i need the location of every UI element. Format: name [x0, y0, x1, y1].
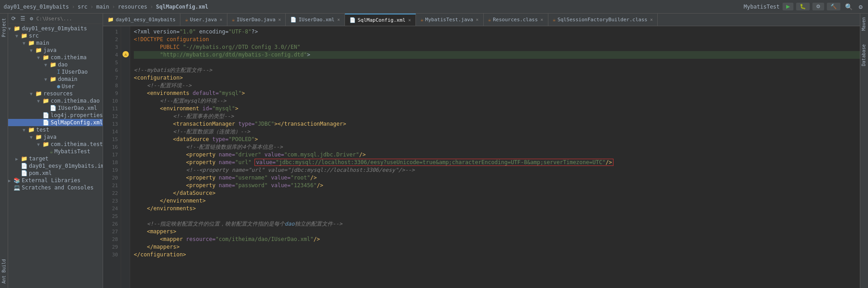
code-line-15: <dataSource type="POOLED"> [134, 136, 860, 143]
tab-close-sqlsessionfactory[interactable]: × [650, 17, 653, 22]
tree-item-domain[interactable]: ▼ 📁 domain [8, 76, 103, 83]
tree-item-dao-folder[interactable]: ▼ 📁 dao [8, 61, 103, 68]
settings-icon[interactable]: ⚙ [857, 2, 864, 11]
warning-indicator: ⚠ [123, 51, 129, 57]
code-line-10: <!--配置mysql的环境--> [134, 97, 860, 105]
tree-item-com-itheima-test[interactable]: ▼ 📁 com.itheima.test [8, 141, 103, 148]
tree-item-root[interactable]: ▼ 📁 day01_eesy_01mybaits [8, 25, 103, 32]
tree-item-target[interactable]: ▶ 📁 target [8, 155, 103, 162]
run-config-label: MybatisTest [744, 4, 779, 10]
code-line-17: <property name="driver" value="com.mysql… [134, 151, 860, 159]
debug-button[interactable]: 🐛 [796, 3, 810, 10]
tab-label-iuserdao-xml: IUserDao.xml [298, 17, 334, 23]
tab-icon-iuserdao-xml: 📄 [290, 17, 297, 23]
code-line-25 [134, 212, 860, 220]
tab-label-iuserdao-java: IUserDao.java [236, 17, 275, 23]
folder-icon-test-java: 📁 [35, 134, 42, 140]
tree-item-com-itheima-dao[interactable]: ▼ 📁 com.itheima.dao [8, 97, 103, 104]
ant-build-label[interactable]: Ant Build [0, 256, 7, 286]
tab-sqlsessionfactory-class[interactable]: ☕ SqlSessionFactoryBuilder.class × [548, 14, 658, 26]
tree-item-ext-libs[interactable]: ▶ 📚 External Libraries [8, 177, 103, 184]
tree-label-test: test [36, 127, 49, 133]
tree-item-test[interactable]: ▼ 📁 test [8, 126, 103, 133]
tree-item-src[interactable]: ▼ 📁 src [8, 32, 103, 39]
project-panel-label[interactable]: Project [0, 15, 7, 40]
folder-icon-src: 📁 [21, 33, 28, 39]
tree-item-iuserdao-class[interactable]: I IUserDao [8, 68, 103, 76]
breadcrumb-item-project[interactable]: day01_eesy_01mybaits [4, 4, 69, 10]
tree-item-iuserdao-xml[interactable]: 📄 IUserDao.xml [8, 104, 103, 112]
rebuild-button[interactable]: 🔨 [827, 3, 840, 10]
code-editor[interactable]: 12345 678910 1112131415 1617181920 21222… [103, 26, 860, 288]
project-tree: ▼ 📁 day01_eesy_01mybaits ▼ 📁 src ▼ 📁 mai… [8, 24, 103, 288]
tab-close-mybatistest-java[interactable]: × [476, 17, 479, 22]
arrow-root: ▼ [8, 26, 14, 31]
settings-tree-icon[interactable]: ⚙ [28, 14, 34, 23]
tree-item-resources[interactable]: ▼ 📁 resources [8, 90, 103, 97]
tab-close-iuserdao-xml[interactable]: × [337, 17, 340, 22]
code-line-20: <property name="username" value="root"/> [134, 174, 860, 182]
code-line-30: </configuration> [134, 251, 860, 259]
code-line-12: <!--配置事务的类型--> [134, 113, 860, 120]
tree-label-user: User [61, 83, 75, 90]
tab-project-root[interactable]: 📁 day01_eesy_01mybaits [103, 14, 180, 26]
top-bar-actions: MybatisTest ▶ 🐛 ⚙ 🔨 🔍 ⚙ [744, 2, 864, 11]
code-content[interactable]: <?xml version="1.0" encoding="UTF-8"?> <… [130, 26, 860, 288]
tree-label-domain: domain [58, 76, 77, 82]
tab-label-sqlmapconfig: SqlMapConfig.xml [358, 17, 406, 23]
code-line-21: <property name="password" value="123456"… [134, 182, 860, 189]
arrow-main: ▼ [23, 41, 28, 46]
tab-iuserdao-xml[interactable]: 📄 IUserDao.xml × [286, 14, 345, 26]
left-panel-labels: Project Ant Build [0, 14, 8, 288]
editor-gutter: ⚠ [121, 26, 130, 288]
tree-item-pom[interactable]: 📄 pom.xml [8, 170, 103, 177]
tab-mybatistest-java[interactable]: ☕ MybatisTest.java × [416, 14, 484, 26]
maven-panel-label[interactable]: Maven [860, 15, 868, 33]
arrow-com-test: ▼ [37, 142, 42, 147]
breadcrumb-sep-2: › [90, 4, 93, 10]
code-line-14: <!--配置数据源（连接池）--> [134, 128, 860, 136]
tree-item-user-class[interactable]: ● User [8, 83, 103, 90]
tree-item-com-itheima[interactable]: ▼ 📁 com.itheima [8, 54, 103, 61]
search-icon[interactable]: 🔍 [843, 2, 854, 11]
project-panel: ⟳ ☰ ⚙ C:\Users\... ▼ 📁 day01_eesy_01myba… [8, 14, 103, 288]
tab-icon-iuserdao-java: ☕ [232, 17, 235, 23]
tree-item-sqlmapconfig[interactable]: 📄 SqlMapConfig.xml [8, 119, 103, 126]
tab-sqlmapconfig[interactable]: 📄 SqlMapConfig.xml × [345, 14, 416, 26]
build-button[interactable]: ⚙ [812, 3, 824, 10]
tree-item-java[interactable]: ▼ 📁 java [8, 47, 103, 54]
tree-label-resources: resources [43, 90, 73, 97]
xml-icon-sqlmap: 📄 [42, 119, 49, 126]
breadcrumb-item-resources[interactable]: resources [118, 4, 147, 10]
breadcrumb-item-main[interactable]: main [96, 4, 109, 10]
arrow-dao: ▼ [44, 62, 50, 67]
tab-close-resources[interactable]: × [541, 17, 543, 22]
folder-icon-java: 📁 [35, 47, 42, 53]
tab-iuserdao-java[interactable]: ☕ IUserDao.java × [227, 14, 286, 26]
main-layout: Project Ant Build ⟳ ☰ ⚙ C:\Users\... ▼ 📁… [0, 14, 868, 288]
code-line-11: <environment id="mysql"> [134, 105, 860, 113]
code-line-4: "http://mybatis.org/dtd/mybatis-3-config… [134, 51, 860, 59]
sync-icon[interactable]: ⟳ [10, 14, 17, 23]
tree-item-mybatistest[interactable]: ☕ MybatisTest [8, 148, 103, 155]
tree-item-log4j[interactable]: 📄 log4j.properties [8, 112, 103, 119]
breadcrumb-sep-1: › [72, 4, 75, 10]
tree-item-scratches[interactable]: 💻 Scratches and Consoles [8, 184, 103, 191]
collapse-icon[interactable]: ☰ [19, 14, 27, 23]
run-button[interactable]: ▶ [783, 3, 793, 10]
tab-close-user[interactable]: × [220, 17, 222, 22]
top-bar: day01_eesy_01mybaits › src › main › reso… [0, 0, 868, 14]
code-line-6: <!--mybatis的主配置文件--> [134, 66, 860, 74]
tab-close-sqlmapconfig[interactable]: × [408, 18, 411, 23]
tab-close-iuserdao-java[interactable]: × [278, 17, 281, 22]
tab-user-java[interactable]: ☕ User.java × [180, 14, 227, 26]
code-line-23: </environment> [134, 197, 860, 205]
breadcrumb-item-src[interactable]: src [78, 4, 88, 10]
right-panels: Maven Database [860, 14, 868, 288]
tab-resources-class[interactable]: ☕ Resources.class × [484, 14, 548, 26]
tree-item-iml[interactable]: 📄 day01_eesy_01mybaits.iml [8, 162, 103, 170]
tree-item-main[interactable]: ▼ 📁 main [8, 39, 103, 47]
breadcrumb-item-file[interactable]: SqlMapConfig.xml [156, 4, 208, 10]
tree-item-test-java[interactable]: ▼ 📁 java [8, 133, 103, 141]
database-panel-label[interactable]: Database [860, 42, 868, 68]
